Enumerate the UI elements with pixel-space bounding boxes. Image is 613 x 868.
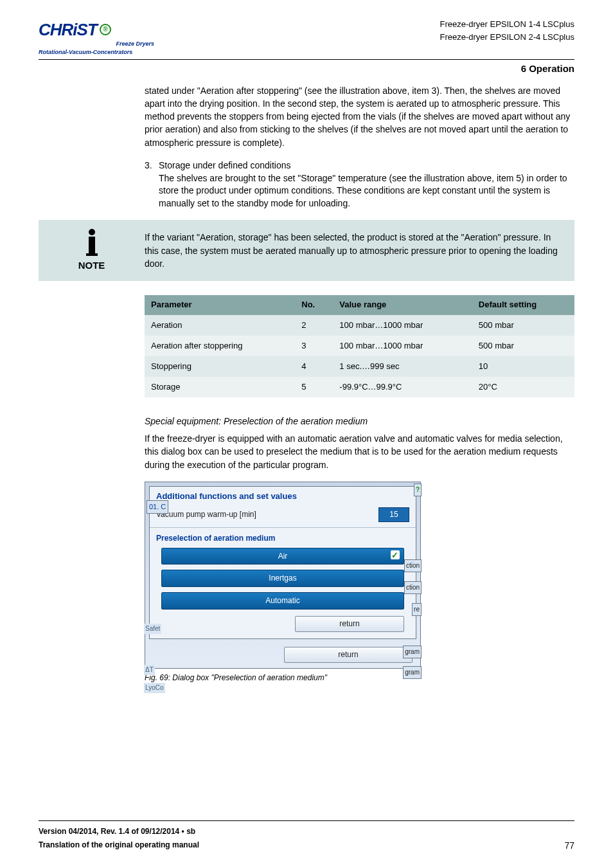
cut-tab: gram <box>403 666 422 679</box>
logo-brand-text: CHRiST <box>39 18 97 41</box>
numbered-item-3: 3. Storage under defined conditions The … <box>145 159 574 210</box>
note-label: NOTE <box>78 258 105 272</box>
automatic-button[interactable]: Automatic <box>161 592 404 610</box>
cell: Storage <box>145 377 295 397</box>
pump-warmup-value[interactable]: 15 <box>378 507 409 522</box>
dialog-subheading: Preselection of aeration medium <box>150 528 416 545</box>
sub-heading: Special equipment: Preselection of the a… <box>145 415 574 428</box>
product-line-2: Freeze-dryer EPSILON 2-4 LSCplus <box>440 31 574 44</box>
cell: 500 mbar <box>472 336 574 356</box>
table-row: Storage 5 -99.9°C…99.9°C 20°C <box>145 377 574 397</box>
cell: 2 <box>295 315 333 336</box>
cut-tab: re <box>412 603 422 616</box>
registered-icon: ® <box>100 24 111 35</box>
th-parameter: Parameter <box>145 295 295 314</box>
outer-return-button[interactable]: return <box>284 647 413 663</box>
table-row: Aeration 2 100 mbar…1000 mbar 500 mbar <box>145 315 574 336</box>
inner-return-button[interactable]: return <box>295 616 404 632</box>
pump-warmup-label: Vacuum pump warm-up [min] <box>156 509 378 520</box>
cell: 4 <box>295 356 333 377</box>
th-range: Value range <box>333 295 472 314</box>
cut-tab: LyoCo <box>144 683 165 693</box>
air-button[interactable]: Air <box>161 548 404 565</box>
dialog-title: Additional functions and set values <box>150 487 416 505</box>
inertgas-button[interactable]: Inertgas <box>161 570 404 587</box>
header-product: Freeze-dryer EPSILON 1-4 LSCplus Freeze-… <box>440 18 574 43</box>
help-icon[interactable]: ? <box>414 484 422 496</box>
cell: -99.9°C…99.9°C <box>333 377 472 397</box>
info-icon <box>89 229 95 255</box>
section-title: 6 Operation <box>39 59 574 75</box>
logo: CHRiST ® Freeze Dryers Rotational-Vacuum… <box>39 18 154 57</box>
figure-caption: Fig. 69: Dialog box "Preselection of aer… <box>145 673 574 683</box>
logo-sub2: Rotational-Vacuum-Concentrators <box>39 48 154 57</box>
table-row: Stoppering 4 1 sec.…999 sec 10 <box>145 356 574 377</box>
th-no: No. <box>295 295 333 314</box>
table-row: Aeration after stoppering 3 100 mbar…100… <box>145 336 574 356</box>
cut-tab: Safet <box>144 624 161 634</box>
list-item-title: Storage under defined conditions <box>159 159 574 172</box>
special-paragraph: If the freeze-dryer is equipped with an … <box>145 432 574 471</box>
footer-translation: Translation of the original operating ma… <box>39 838 199 853</box>
cut-tab: ction <box>404 559 422 572</box>
cell: 10 <box>472 356 574 377</box>
cell: Stoppering <box>145 356 295 377</box>
cell: 100 mbar…1000 mbar <box>333 336 472 356</box>
list-number: 3. <box>145 159 159 210</box>
parameter-table: Parameter No. Value range Default settin… <box>145 295 574 397</box>
cell: 20°C <box>472 377 574 397</box>
note-text: If the variant "Aeration, storage" has b… <box>145 231 563 270</box>
page-number: 77 <box>564 840 574 853</box>
product-line-1: Freeze-dryer EPSILON 1-4 LSCplus <box>440 18 574 31</box>
paragraph-continuation: stated under "Aeration after stoppering"… <box>145 84 574 149</box>
logo-brand: CHRiST ® <box>39 18 111 41</box>
page-header: CHRiST ® Freeze Dryers Rotational-Vacuum… <box>39 18 574 57</box>
table-header-row: Parameter No. Value range Default settin… <box>145 295 574 314</box>
cell: 500 mbar <box>472 315 574 336</box>
cell: 5 <box>295 377 333 397</box>
cell: Aeration <box>145 315 295 336</box>
list-item-body: The shelves are brought to the set "Stor… <box>159 172 574 210</box>
note-callout: NOTE If the variant "Aeration, storage" … <box>39 220 574 281</box>
th-default: Default setting <box>472 295 574 314</box>
cut-tab: gram <box>403 646 422 658</box>
footer-version: Version 04/2014, Rev. 1.4 of 09/12/2014 … <box>39 825 199 839</box>
cell: 1 sec.…999 sec <box>333 356 472 377</box>
dialog-screenshot: 01. C ? ction ction re gram gram Safet Δ… <box>145 482 421 669</box>
page-footer: Version 04/2014, Rev. 1.4 of 09/12/2014 … <box>39 820 574 853</box>
dialog-badge: 01. C <box>147 500 168 514</box>
cut-tab: ction <box>404 581 422 594</box>
cut-tab: ΔT <box>144 665 155 675</box>
cell: Aeration after stoppering <box>145 336 295 356</box>
cell: 100 mbar…1000 mbar <box>333 315 472 336</box>
cell: 3 <box>295 336 333 356</box>
